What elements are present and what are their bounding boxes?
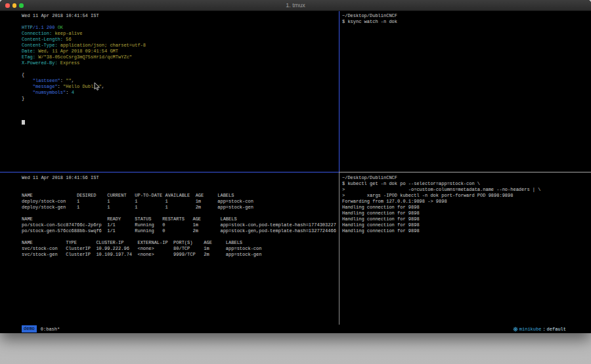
json-open-brace: {	[22, 72, 339, 78]
tmux-terminal: Wed 11 Apr 2018 10:41:54 IST HTTP/1.1 20…	[0, 11, 591, 325]
window-title: 1. tmux	[0, 0, 591, 10]
pane-kubectl-get[interactable]: Wed 11 Apr 2018 10:41:56 IST NAME DESIRE…	[22, 175, 339, 258]
window-titlebar[interactable]: 1. tmux	[0, 0, 591, 11]
kube-separator: :	[542, 327, 545, 332]
pane-border-horizontal[interactable]	[339, 172, 591, 172]
mouse-cursor	[94, 82, 100, 91]
json-row: "message": "Hello Dublin",	[22, 84, 339, 90]
pane-http-response[interactable]: Wed 11 Apr 2018 10:41:54 IST HTTP/1.1 20…	[22, 13, 339, 125]
cwd-line: ~/Desktop/DublinCNCF	[342, 13, 588, 19]
http-reason: OK	[58, 25, 63, 30]
close-button[interactable]	[5, 3, 10, 8]
json-row: "lastseen": "",	[22, 78, 339, 84]
cwd-line: ~/Desktop/DublinCNCF	[342, 175, 588, 181]
deployments-table: NAME DESIRED CURRENT UP-TO-DATE AVAILABL…	[22, 193, 339, 211]
json-row: "numsymbols": 4	[22, 90, 339, 96]
pods-table: NAME READY STATUS RESTARTS AGE LABELS po…	[22, 216, 339, 234]
helm-wheel-icon	[513, 327, 518, 332]
kube-context-indicator: minikube:default	[513, 327, 566, 332]
pane-border-horizontal-active[interactable]	[0, 172, 339, 172]
http-proto: HTTP	[22, 25, 33, 30]
http-header-line: Connection:keep-alive	[22, 31, 339, 37]
kube-context: minikube	[519, 327, 542, 332]
port-forward-output: $ kubectl get -n dok po --selector=app=s…	[342, 181, 588, 234]
cursor-line	[22, 119, 339, 125]
services-table: NAME TYPE CLUSTER-IP EXTERNAL-IP PORT(S)…	[22, 240, 339, 258]
kube-namespace: default	[547, 327, 566, 332]
timestamp-line: Wed 11 Apr 2018 10:41:56 IST	[22, 175, 339, 181]
tmux-status-bar: demo 0:bash* minikube:default	[0, 325, 591, 333]
minimize-button[interactable]	[12, 3, 17, 8]
tmux-session-name: demo	[22, 325, 37, 333]
terminal-window: 1. tmux Wed 11 Apr 2018 10:41:54 IST HTT…	[0, 0, 591, 333]
desktop-background: 1. tmux Wed 11 Apr 2018 10:41:54 IST HTT…	[0, 0, 591, 364]
json-close-brace: }	[22, 96, 339, 102]
pane-ksync[interactable]: ~/Desktop/DublinCNCF $ ksync watch -n do…	[342, 13, 588, 25]
zoom-button[interactable]	[19, 3, 24, 8]
http-header-line: ETag:W/"38-05coCsrg3mQ75sHr1d/qcMTwYZc"	[22, 54, 339, 60]
http-header-line: Content-Type:application/json; charset=u…	[22, 43, 339, 49]
pane-border-vertical[interactable]	[339, 172, 339, 325]
pane-border-vertical-active[interactable]	[339, 11, 339, 172]
command-line: $ ksync watch -n dok	[342, 19, 588, 25]
pane-port-forward[interactable]: ~/Desktop/DublinCNCF $ kubectl get -n do…	[342, 175, 588, 234]
http-header-line: X-Powered-By:Express	[22, 60, 339, 66]
http-version-code: /1.1 200	[33, 25, 58, 30]
traffic-lights	[5, 3, 24, 8]
terminal-cursor	[22, 120, 25, 125]
http-header-line: Content-Length:56	[22, 37, 339, 43]
timestamp-line: Wed 11 Apr 2018 10:41:54 IST	[22, 13, 339, 19]
http-header-line: Date:Wed, 11 Apr 2018 09:41:54 GMT	[22, 49, 339, 54]
tmux-window-tab[interactable]: 0:bash*	[41, 327, 60, 332]
http-status-line: HTTP/1.1 200 OK	[22, 25, 339, 31]
